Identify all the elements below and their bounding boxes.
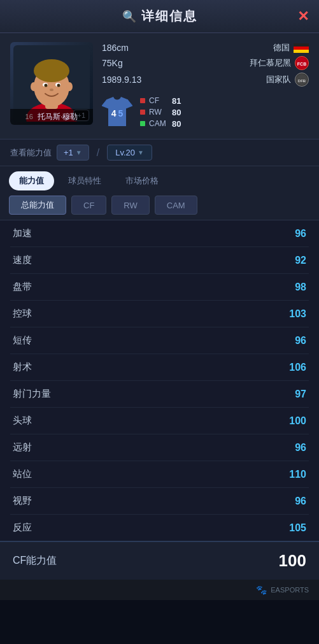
club-label: 拜仁慕尼黑 xyxy=(250,57,291,69)
stat-row-sudu: 速度 92 xyxy=(10,247,309,274)
club-info: 拜仁慕尼黑 FCB xyxy=(250,56,309,70)
stat-value-zhanwei: 110 xyxy=(289,469,306,480)
stat-row-faning: 反应 105 xyxy=(10,515,309,541)
sub-tab-cam[interactable]: CAM xyxy=(155,196,197,215)
sub-tab-cf[interactable]: CF xyxy=(71,196,106,215)
position-ratings: 4 5 CF 81 RW 80 xyxy=(102,94,309,130)
level-arrow: ▼ xyxy=(138,149,144,156)
pos-row-cam: CAM 80 xyxy=(140,119,181,129)
pos-cf-indicator xyxy=(140,98,145,103)
stat-row-sheshu: 射术 106 xyxy=(10,354,309,381)
svg-point-11 xyxy=(66,82,73,91)
tab-ability[interactable]: 能力值 xyxy=(9,171,54,190)
sub-tab-total[interactable]: 总能力值 xyxy=(9,196,66,215)
brand-label: EASPORTS xyxy=(271,586,309,594)
total-value: 100 xyxy=(279,551,306,571)
pos-cf-name: CF xyxy=(149,96,168,105)
stat-row-duanchuan: 短传 96 xyxy=(10,327,309,354)
stat-value-shiye: 96 xyxy=(295,496,306,507)
tab-market[interactable]: 市场价格 xyxy=(115,171,169,190)
stat-value-sheshu: 106 xyxy=(289,362,306,373)
stat-row-yuanshe: 远射 96 xyxy=(10,434,309,461)
germany-flag xyxy=(294,43,309,53)
club-badge: FCB xyxy=(295,56,309,70)
stat-name-yuanshe: 远射 xyxy=(13,441,32,454)
nationality-label: 德国 xyxy=(273,42,290,54)
pos-rw-name: RW xyxy=(149,108,168,117)
stat-name-touqiu: 头球 xyxy=(13,415,32,427)
stat-row-shiye: 视野 96 xyxy=(10,488,309,515)
svg-point-9 xyxy=(50,89,53,91)
stat-row-kongqiu: 控球 103 xyxy=(10,301,309,327)
level-dropdown[interactable]: Lv.20 ▼ xyxy=(107,145,152,161)
sub-tabs: 总能力值 CF RW CAM xyxy=(0,190,319,220)
player-photo: +1 16 托马斯·穆勒 xyxy=(10,42,93,125)
svg-point-10 xyxy=(31,82,37,91)
shirt-numbers: 4 5 xyxy=(111,108,124,118)
svg-text:FCB: FCB xyxy=(297,62,306,66)
svg-rect-14 xyxy=(294,50,309,53)
national-label: 国家队 xyxy=(266,74,291,85)
header-title: 详细信息 xyxy=(141,8,197,25)
stat-value-duanchuan: 96 xyxy=(295,335,306,347)
pos-row-rw: RW 80 xyxy=(140,108,181,117)
modal-header: 🔍 详细信息 ✕ xyxy=(0,0,319,33)
stat-value-jiasu: 96 xyxy=(295,228,306,240)
stat-name-sudu: 速度 xyxy=(13,254,32,266)
tab-traits[interactable]: 球员特性 xyxy=(58,171,111,190)
stat-name-shemenli: 射门力量 xyxy=(13,388,51,400)
stat-row-pandai: 盘带 98 xyxy=(10,274,309,301)
birthdate-label: 1989.9.13 xyxy=(102,75,141,85)
bio-row-weight: 75Kg 拜仁慕尼黑 FCB xyxy=(102,56,309,70)
stat-row-zhanwei: 站位 110 xyxy=(10,461,309,488)
weight-label: 75Kg xyxy=(102,58,123,68)
controls-separator: / xyxy=(94,147,102,159)
stat-value-shemenli: 97 xyxy=(295,389,306,400)
controls-row: 查看能力值 +1 ▼ / Lv.20 ▼ xyxy=(0,140,319,166)
stat-value-yuanshe: 96 xyxy=(295,442,306,454)
stat-row-shemenli: 射门力量 97 xyxy=(10,381,309,408)
stat-name-jiasu: 加速 xyxy=(13,227,32,240)
player-details: 186cm 德国 75Kg 拜仁慕尼黑 xyxy=(93,42,309,130)
nationality-info: 德国 xyxy=(273,42,309,54)
shirt-graphic: 4 5 xyxy=(102,94,132,130)
main-tabs: 能力值 球员特性 市场价格 xyxy=(0,166,319,190)
stat-row-jiasu: 加速 96 xyxy=(10,220,309,247)
plus-one-dropdown[interactable]: +1 ▼ xyxy=(57,145,89,161)
position-list: CF 81 RW 80 CAM 80 xyxy=(140,96,181,129)
modal-overlay: 🔍 详细信息 ✕ xyxy=(0,0,319,644)
pos-cf-val: 81 xyxy=(172,96,181,106)
bio-row-height: 186cm 德国 xyxy=(102,42,309,54)
close-button[interactable]: ✕ xyxy=(297,8,309,25)
stat-name-sheshu: 射术 xyxy=(13,361,32,373)
svg-point-8 xyxy=(57,84,60,87)
level-label: Lv.20 xyxy=(115,148,135,157)
stat-value-pandai: 98 xyxy=(295,282,306,293)
svg-text:DFB: DFB xyxy=(298,79,306,83)
svg-rect-13 xyxy=(294,47,309,50)
stat-row-touqiu: 头球 100 xyxy=(10,408,309,434)
stat-name-duanchuan: 短传 xyxy=(13,334,32,347)
stat-name-shiye: 视野 xyxy=(13,495,32,507)
pos-row-cf: CF 81 xyxy=(140,96,181,106)
national-badge: DFB xyxy=(295,73,309,87)
stat-value-sudu: 92 xyxy=(295,255,306,266)
pos-rw-indicator xyxy=(140,110,145,115)
stats-list: 加速 96 速度 92 盘带 98 控球 103 短传 96 射术 106 射门… xyxy=(0,220,319,541)
shirt-num-left: 4 xyxy=(111,108,117,118)
national-info: 国家队 DFB xyxy=(266,73,309,87)
total-row: CF能力值 100 xyxy=(0,541,319,580)
stat-name-kongqiu: 控球 xyxy=(13,308,32,320)
shirt-num-right: 5 xyxy=(118,108,124,118)
search-icon: 🔍 xyxy=(122,10,136,24)
paw-icon: 🐾 xyxy=(256,585,267,595)
pos-cam-name: CAM xyxy=(149,119,168,128)
player-name-label: 托马斯·穆勒 xyxy=(38,112,78,121)
total-label: CF能力值 xyxy=(13,554,57,568)
plus-one-arrow: ▼ xyxy=(76,149,82,156)
stat-value-touqiu: 100 xyxy=(289,415,306,427)
footer: 🐾 EASPORTS xyxy=(0,580,319,600)
bio-row-birth: 1989.9.13 国家队 DFB xyxy=(102,73,309,87)
sub-tab-rw[interactable]: RW xyxy=(111,196,149,215)
svg-point-4 xyxy=(34,59,69,82)
